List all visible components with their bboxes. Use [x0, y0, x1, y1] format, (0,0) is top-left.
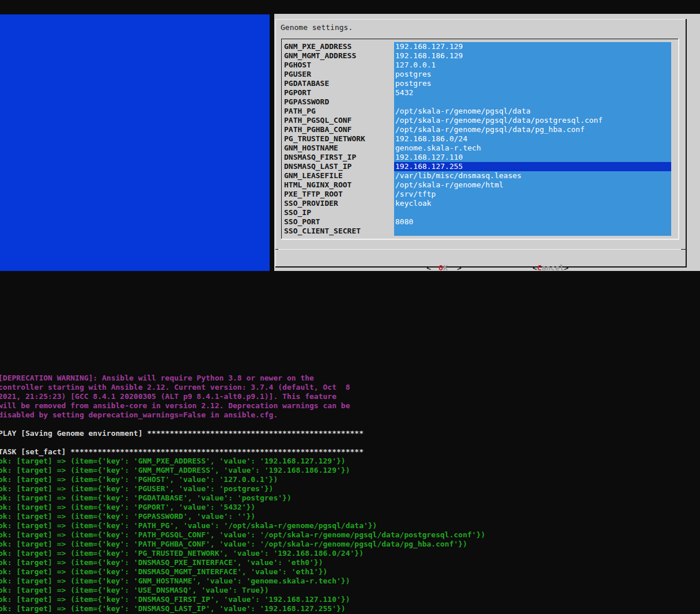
field-value-input[interactable]: 192.168.186.0/24: [394, 134, 671, 144]
field-value-input[interactable]: 8080: [394, 217, 671, 227]
settings-field-row: PATH_PG /opt/skala-r/genome/pgsql/data: [282, 107, 678, 116]
field-value-input[interactable]: keycloak: [394, 199, 671, 208]
field-value-input[interactable]: /opt/skala-r/genome/pgsql/data/pg_hba.co…: [394, 125, 671, 134]
formbox-border-bottom: [281, 239, 679, 240]
settings-field-row: HTML_NGINX_ROOT /opt/skala-r/genome/html: [282, 180, 678, 190]
field-value-input[interactable]: [394, 97, 671, 107]
settings-field-row: GNM_PXE_ADDRESS 192.168.127.129: [282, 42, 678, 51]
field-value-input[interactable]: genome.skala-r.tech: [394, 144, 671, 153]
field-label: PGDATABASE: [284, 79, 329, 88]
play-line: PLAY [Saving Genome environment] *******…: [0, 429, 364, 438]
field-value-input[interactable]: [394, 227, 671, 236]
field-value-input[interactable]: postgres: [394, 79, 671, 88]
terminal-line: ok: [target] => (item={'key': 'PATH_PGHB…: [0, 540, 485, 549]
field-label: GNM_LEASEFILE: [284, 171, 343, 180]
terminal-line: ok: [target] => (item={'key': 'DNSMASQ_P…: [0, 558, 485, 567]
field-value-input[interactable]: 192.168.127.129: [394, 42, 671, 51]
terminal-line: ok: [target] => (item={'key': 'GNM_PXE_A…: [0, 457, 485, 466]
terminal-line: ok: [target] => (item={'key': 'DNSMASQ_L…: [0, 604, 485, 613]
field-value-input[interactable]: [394, 208, 671, 217]
field-value-input[interactable]: 127.0.0.1: [394, 61, 671, 70]
terminal-line: disabled by setting deprecation_warnings…: [0, 410, 350, 420]
settings-form: GNM_PXE_ADDRESS 192.168.127.129 GNM_MGMT…: [282, 42, 678, 236]
ok-bracket-right: >: [457, 263, 461, 272]
field-label: GNM_PXE_ADDRESS: [284, 42, 351, 51]
field-label: GNM_MGMT_ADDRESS: [284, 51, 356, 61]
terminal-line: controller starting with Ansible 2.12. C…: [0, 383, 350, 392]
field-value-input[interactable]: /opt/skala-r/genome/pgsql/data/postgresq…: [394, 116, 671, 125]
field-label: PGPORT: [284, 88, 311, 97]
dialog-border-bottom: [275, 266, 687, 268]
button-separator-tick-left: [275, 249, 278, 250]
formbox-border-right: [678, 39, 679, 240]
button-separator: [275, 249, 686, 250]
task-ok-block: ok: [target] => (item={'key': 'GNM_PXE_A…: [0, 457, 485, 613]
dialog-title: Genome settings.: [281, 23, 353, 32]
field-label: DNSMASQ_FIRST_IP: [284, 153, 356, 162]
settings-field-row: DNSMASQ_FIRST_IP 192.168.127.110: [282, 153, 678, 162]
field-value-input[interactable]: postgres: [394, 70, 671, 79]
settings-field-row: PGPORT 5432: [282, 88, 678, 97]
settings-field-row: SSO_CLIENT_SECRET: [282, 227, 678, 236]
settings-field-row: PGDATABASE postgres: [282, 79, 678, 88]
field-label: SSO_IP: [284, 208, 311, 217]
dialog-border-top: [275, 19, 686, 20]
settings-field-row: GNM_MGMT_ADDRESS 192.168.186.129: [282, 51, 678, 61]
field-label: PG_TRUSTED_NETWORK: [284, 134, 365, 144]
terminal-line: ok: [target] => (item={'key': 'GNM_MGMT_…: [0, 466, 485, 475]
cancel-button[interactable]: <Cancel>: [514, 254, 569, 263]
terminal-line: ok: [target] => (item={'key': 'PGHOST', …: [0, 475, 485, 484]
field-label: SSO_PROVIDER: [284, 199, 338, 208]
terminal-line: ok: [target] => (item={'key': 'PGPASSWOR…: [0, 512, 485, 521]
field-label: SSO_PORT: [284, 217, 320, 227]
field-label: PATH_PGSQL_CONF: [284, 116, 351, 125]
terminal-line: ok: [target] => (item={'key': 'DNSMASQ_F…: [0, 595, 485, 604]
deprecation-warning-block: [DEPRECATION WARNING]: Ansible will requ…: [0, 374, 350, 420]
genome-settings-dialog: Genome settings. GNM_PXE_ADDRESS 192.168…: [274, 14, 700, 271]
tui-screen-background: [0, 14, 270, 271]
settings-field-row: PGUSER postgres: [282, 70, 678, 79]
button-separator-tick-right: [681, 249, 686, 250]
field-value-input[interactable]: /opt/skala-r/genome/html: [394, 180, 671, 190]
field-value-input[interactable]: 192.168.127.110: [394, 153, 671, 162]
terminal-line: ok: [target] => (item={'key': 'PGUSER', …: [0, 484, 485, 494]
field-label: HTML_NGINX_ROOT: [284, 180, 351, 190]
terminal-line: ok: [target] => (item={'key': 'PGDATABAS…: [0, 494, 485, 503]
cancel-label-rest: ancel: [542, 263, 564, 272]
field-value-input[interactable]: /var/lib/misc/dnsmasq.leases: [394, 171, 671, 180]
settings-field-row: PXE_TFTP_ROOT /srv/tftp: [282, 190, 678, 199]
cancel-bracket-left: <: [532, 263, 537, 272]
cancel-hotkey: C: [537, 263, 542, 272]
field-label: GNM_HOSTNAME: [284, 144, 338, 153]
field-label: PATH_PG: [284, 107, 316, 116]
field-value-input[interactable]: 192.168.127.255: [394, 162, 671, 171]
settings-field-row: SSO_PROVIDER keycloak: [282, 199, 678, 208]
settings-field-row: PATH_PGHBA_CONF /opt/skala-r/genome/pgsq…: [282, 125, 678, 134]
settings-field-row: PGHOST 127.0.0.1: [282, 61, 678, 70]
task-line: TASK [set_fact] ************************…: [0, 447, 364, 457]
ok-bracket-right-wrap[interactable]: >: [439, 254, 461, 263]
field-label: PATH_PGHBA_CONF: [284, 125, 351, 134]
cancel-bracket-right: >: [564, 263, 569, 272]
terminal-line: ok: [target] => (item={'key': 'DNSMASQ_M…: [0, 567, 485, 577]
terminal-line: ok: [target] => (item={'key': 'GNM_HOSTN…: [0, 577, 485, 586]
field-label: PGUSER: [284, 70, 311, 79]
field-value-input[interactable]: /srv/tftp: [394, 190, 671, 199]
terminal-line: ok: [target] => (item={'key': 'PGPORT', …: [0, 503, 485, 512]
settings-field-row: PG_TRUSTED_NETWORK 192.168.186.0/24: [282, 134, 678, 144]
terminal-line: ok: [target] => (item={'key': 'PATH_PG',…: [0, 521, 485, 530]
terminal-line: 2021, 21:25:23) [GCC 8.4.1 20200305 (ALT…: [0, 392, 350, 401]
field-value-input[interactable]: 5432: [394, 88, 671, 97]
field-label: PGHOST: [284, 61, 311, 70]
settings-field-row: GNM_HOSTNAME genome.skala-r.tech: [282, 144, 678, 153]
formbox-border-top: [281, 39, 679, 39]
field-value-input[interactable]: /opt/skala-r/genome/pgsql/data: [394, 107, 671, 116]
terminal-line: will be removed from ansible-core in ver…: [0, 401, 350, 410]
settings-field-row: PGPASSWORD: [282, 97, 678, 107]
settings-field-row: SSO_IP: [282, 208, 678, 217]
field-label: SSO_CLIENT_SECRET: [284, 227, 361, 236]
field-label: PGPASSWORD: [284, 97, 329, 107]
field-value-input[interactable]: 192.168.186.129: [394, 51, 671, 61]
settings-field-row: SSO_PORT 8080: [282, 217, 678, 227]
field-label: DNSMASQ_LAST_IP: [284, 162, 351, 171]
